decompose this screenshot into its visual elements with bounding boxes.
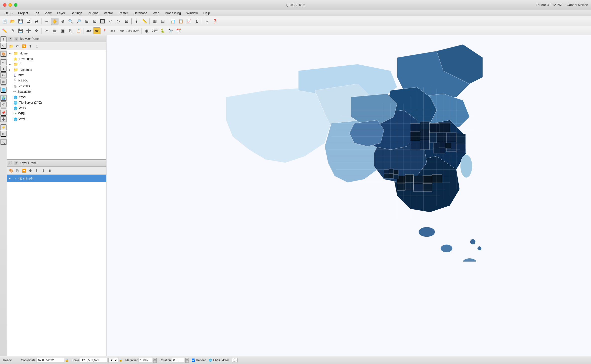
layers-close-button[interactable]: ✕ [8,161,12,165]
select-feature-button[interactable]: ▦ [151,18,158,25]
menu-project[interactable]: Project [16,11,31,15]
magnifier-input[interactable] [139,358,152,363]
menu-view[interactable]: View [42,11,54,15]
label-move-button[interactable]: ↔abc [117,27,124,34]
layer-visibility-checkbox[interactable]: ✓ [13,177,17,180]
layers-move-up-button[interactable]: ⬆ [40,168,46,173]
label-active-button[interactable]: ab▪ [93,27,100,34]
menu-plugins[interactable]: Plugins [85,11,101,15]
zoom-full-button[interactable]: ⊞ [83,18,90,25]
statistical-summary-button[interactable]: 📈 [185,18,193,25]
scale-input[interactable] [80,358,107,363]
ts-help-button[interactable]: ? [0,36,6,42]
layers-remove-button[interactable]: 🗑 [47,168,53,173]
undo-button[interactable]: ↩ [43,18,50,25]
pan-to-selection-button[interactable]: ⊕ [59,18,66,25]
select-polygon-button[interactable]: ▤ [159,18,166,25]
window-controls[interactable] [3,3,17,7]
menu-processing[interactable]: Processing [162,11,183,15]
browser-item-ows[interactable]: 🌐 OWS [7,94,106,100]
label-pin-button[interactable]: 📍 [101,27,108,34]
zoom-layer-button[interactable]: 🔲 [99,18,106,25]
ts-filter-button[interactable]: ⊕ [0,131,6,137]
layers-filter-button[interactable]: 🔽 [21,168,27,173]
layers-move-down-button[interactable]: ⬇ [34,168,40,173]
magnifier-down[interactable]: ▼ [153,360,157,363]
zoom-last-button[interactable]: ◁ [107,18,114,25]
maximize-window-button[interactable] [14,3,17,7]
calendar-button[interactable]: 📅 [175,27,182,34]
browser-item-home[interactable]: ▶ 📁 Home [7,51,106,56]
python-button[interactable]: 🐍 [159,27,166,34]
browser-item-volumes[interactable]: ▶ 📁 /Volumes [7,67,106,73]
minimize-window-button[interactable] [8,3,12,7]
open-project-button[interactable]: 📂 [9,18,16,25]
new-project-button[interactable]: 📄 [1,18,8,25]
browser-item-spatialite[interactable]: ✏ SpatiaLite [7,89,106,94]
zoom-out-button[interactable]: 🔎 [75,18,82,25]
rotation-up[interactable]: ▲ [185,358,189,360]
copy-features-button[interactable]: ⎘ [67,27,74,34]
paste-features-button[interactable]: 📋 [75,27,82,34]
ts-addlayer-button[interactable]: ➕ [0,116,6,122]
label-change-button[interactable]: abc✎ [133,27,140,34]
browser-filter-button[interactable]: 🔽 [21,44,27,49]
menu-raster[interactable]: Raster [116,11,130,15]
browser-item-wcs[interactable]: 🌐 WCS [7,105,106,111]
menu-settings[interactable]: Settings [68,11,85,15]
layers-float-button[interactable]: ⊞ [14,161,18,165]
zoom-selection-button[interactable]: ⊡ [91,18,98,25]
pan-button[interactable]: ✋ [51,18,58,25]
browser-new-button[interactable]: 📁 [8,44,14,49]
browser-item-postgis[interactable]: 🐘 PostGIS [7,84,106,89]
ts-node-button[interactable]: ◈ [0,66,6,72]
diagram-button[interactable]: ◉ [143,27,150,34]
magnifier-up[interactable]: ▲ [153,358,157,360]
add-record-button[interactable]: ➕ [25,27,32,34]
ts-query-button[interactable]: ⚡ [0,124,6,130]
browser-item-root[interactable]: ▶ 📁 / [7,62,106,67]
zoom-in-button[interactable]: 🔍 [67,18,74,25]
ts-globe-button[interactable]: 🌐 [0,87,6,93]
save-project-button[interactable]: 💾 [17,18,24,25]
cut-features-button[interactable]: ✂ [43,27,50,34]
browser-refresh-button[interactable]: ↺ [14,44,20,49]
menu-database[interactable]: Database [131,11,150,15]
ts-scissors-button[interactable]: ✂ [0,72,6,78]
menu-vector[interactable]: Vector [101,11,116,15]
layers-copy-button[interactable]: ⎘ [14,168,20,173]
scale-dropdown[interactable]: ▼ [108,358,118,363]
more-tools-button[interactable]: » [203,18,211,25]
zoom-native-button[interactable]: ⊟ [123,18,130,25]
csw-button[interactable]: CSW [151,27,158,34]
browser-collapse-button[interactable]: ⬆ [27,44,33,49]
close-window-button[interactable] [3,3,6,7]
menu-help[interactable]: Help [201,11,212,15]
rotation-down[interactable]: ▼ [185,360,189,363]
layer-china64[interactable]: ▶ ✓ 🗺 china64 [7,175,106,182]
label-tool-button[interactable]: abc [85,27,93,34]
menu-edit[interactable]: Edit [31,11,42,15]
move-feature-button[interactable]: ✥ [33,27,40,34]
layers-style-button[interactable]: 🎨 [8,168,14,173]
map-area[interactable] [106,35,591,356]
ts-globe2-button[interactable]: 🌍 [0,95,6,101]
delete-selected-button[interactable]: 🗑 [51,27,58,34]
binoculars-button[interactable]: 🔭 [167,27,174,34]
open-attribute-table-button[interactable]: 📋 [177,18,185,25]
coordinate-input[interactable] [37,358,64,363]
rotation-spinner[interactable]: ▲ ▼ [185,358,189,363]
label-show-button[interactable]: abc [109,27,116,34]
browser-close-button[interactable]: ✕ [8,37,12,41]
browser-item-favourites[interactable]: ⭐ Favourites [7,56,106,62]
open-field-calc-button[interactable]: 📊 [169,18,177,25]
browser-item-mssql[interactable]: 🗄 MSSQL [7,78,106,84]
browser-item-wms[interactable]: 🌐 WMS [7,116,106,122]
message-button[interactable]: 💬 [232,358,238,363]
save-layer-button[interactable]: 💾 [17,27,24,34]
browser-info-button[interactable]: ℹ [34,44,40,49]
browser-item-wfs[interactable]: 〜 WFS [7,111,106,116]
measure-button[interactable]: 📏 [141,18,148,25]
layers-options-button[interactable]: ⚙ [27,168,33,173]
help-button[interactable]: ❓ [211,18,219,25]
